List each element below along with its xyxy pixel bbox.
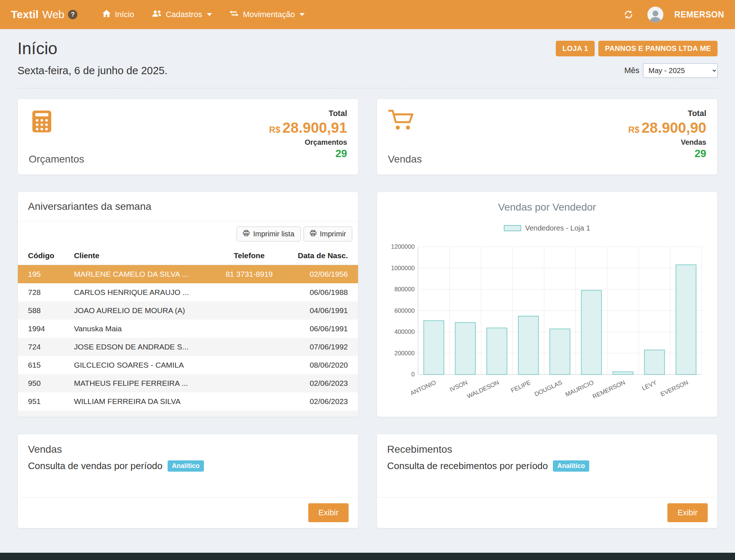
svg-text:WALDESON: WALDESON: [466, 379, 500, 400]
svg-text:0: 0: [411, 371, 414, 378]
navbar: TextilWeb ? Início Cadastros Movimentaçã…: [0, 0, 735, 29]
cell-codigo: 587: [18, 411, 69, 417]
cell-cliente: MATHEUS FELIPE FERREIRA ...: [69, 374, 212, 392]
cell-codigo: 615: [18, 356, 69, 374]
vendas-action-card: Vendas Consulta de vendas por período An…: [17, 434, 358, 528]
user-menu[interactable]: REMERSON: [674, 10, 724, 20]
cell-codigo: 728: [18, 283, 69, 301]
vendas-por-vendedor-chart: 020000040000060000080000010000001200000A…: [385, 235, 709, 412]
table-row[interactable]: 724 JOSE EDSON DE ANDRADE S... 07/06/199…: [18, 338, 358, 356]
cell-nascimento: 02/06/2023: [286, 392, 358, 411]
printer-icon: [243, 230, 250, 238]
brand-light: Web: [42, 8, 64, 21]
birthdays-card: Aniversariantes da semana Imprimir lista…: [17, 192, 358, 417]
analitico-badge: Analítico: [168, 460, 204, 472]
svg-text:1200000: 1200000: [391, 243, 415, 250]
brand[interactable]: TextilWeb ?: [11, 0, 77, 29]
birthdays-title: Aniversariantes da semana: [18, 192, 358, 221]
table-row[interactable]: 588 JOAO AURELIO DE MOURA (A) 04/06/1991: [18, 301, 358, 320]
cell-nascimento: 02/06/2023: [286, 374, 358, 392]
col-cliente: Cliente: [69, 247, 212, 265]
print-list-button[interactable]: Imprimir lista: [237, 227, 300, 241]
cell-cliente: CARLOS HENRIQUE ARAUJO ...: [69, 283, 212, 301]
month-select[interactable]: May - 2025: [643, 63, 718, 78]
cell-nascimento: 07/06/1992: [286, 338, 358, 356]
cell-telefone: [212, 392, 287, 411]
svg-text:1000000: 1000000: [391, 265, 415, 272]
table-row[interactable]: 951 WILLIAM FERREIRA DA SILVA 02/06/2023: [18, 392, 358, 411]
brand-bold: Textil: [11, 8, 39, 21]
table-row[interactable]: 1994 Vanuska Maia 06/06/1991: [18, 320, 358, 338]
table-row[interactable]: 728 CARLOS HENRIQUE ARAUJO ... 06/06/198…: [18, 283, 358, 301]
cell-nascimento: 08/06/2020: [286, 356, 358, 374]
cell-telefone: [212, 320, 287, 338]
analitico-badge: Analítico: [553, 460, 589, 472]
table-row[interactable]: 615 GILCLECIO SOARES - CAMILA 08/06/2020: [18, 356, 358, 374]
chart-legend: Vendedores - Loja 1: [504, 224, 590, 232]
col-telefone: Telefone: [212, 247, 287, 265]
legend-label: Vendedores - Loja 1: [525, 224, 590, 232]
print-button[interactable]: Imprimir: [304, 227, 352, 241]
nav-item-label: Início: [115, 10, 134, 19]
exibir-vendas-button[interactable]: Exibir: [308, 503, 349, 522]
svg-text:200000: 200000: [394, 350, 415, 357]
transfer-icon: [229, 9, 239, 20]
orcamentos-summary-card: Orçamentos Total R$28.900,91 Orçamentos …: [17, 99, 358, 175]
card-title: Vendas: [18, 434, 358, 457]
cell-cliente: JULIANA LIMA DE ANDRADE: [69, 411, 212, 417]
avatar[interactable]: [647, 7, 663, 23]
svg-text:REMERSON: REMERSON: [591, 379, 626, 400]
total-label: Total: [269, 108, 347, 119]
exibir-recebimentos-button[interactable]: Exibir: [667, 503, 708, 522]
cell-telefone: [212, 338, 287, 356]
table-row[interactable]: 195 MARLENE CAMELO DA SILVA ... 81 3731-…: [18, 265, 358, 284]
birthdays-table: Código Cliente Telefone Data de Nasc. 19…: [18, 247, 358, 417]
nav-item-cadastros[interactable]: Cadastros: [143, 0, 221, 29]
svg-text:IVSON: IVSON: [449, 379, 469, 393]
cell-codigo: 724: [18, 338, 69, 356]
cell-telefone: 98297-6097: [212, 411, 287, 417]
count-label: Vendas: [628, 138, 706, 147]
cell-nascimento: 05/06/2023: [286, 411, 358, 417]
table-row[interactable]: 950 MATHEUS FELIPE FERREIRA ... 02/06/20…: [18, 374, 358, 392]
cell-nascimento: 02/06/1956: [286, 265, 358, 284]
summary-label: Orçamentos: [29, 153, 84, 165]
cell-codigo: 195: [18, 265, 69, 284]
nav-item-inicio[interactable]: Início: [93, 0, 143, 29]
cell-cliente: Vanuska Maia: [69, 320, 212, 338]
navbar-right: REMERSON: [620, 0, 724, 29]
nav-item-movimentacao[interactable]: Movimentação: [221, 0, 313, 29]
users-icon: [152, 9, 162, 20]
chevron-down-icon: [300, 13, 305, 16]
birthdays-table-body: 195 MARLENE CAMELO DA SILVA ... 81 3731-…: [18, 265, 358, 417]
svg-text:LEVY: LEVY: [641, 379, 658, 392]
col-codigo: Código: [18, 247, 69, 265]
summary-label: Vendas: [388, 153, 422, 165]
store-button[interactable]: LOJA 1: [556, 41, 595, 56]
count-value: 29: [269, 147, 347, 160]
vendas-summary-card: Vendas Total R$28.900,90 Vendas 29: [377, 99, 718, 175]
cart-icon: [388, 108, 422, 134]
month-label: Mês: [624, 66, 639, 75]
cell-telefone: [212, 356, 287, 374]
table-row[interactable]: 587 JULIANA LIMA DE ANDRADE 98297-6097 0…: [18, 411, 358, 417]
help-icon[interactable]: ?: [68, 10, 77, 19]
chart-card: Vendas por Vendedor Vendedores - Loja 1 …: [377, 192, 718, 417]
refresh-icon[interactable]: [620, 7, 636, 23]
page-footer: [0, 553, 735, 560]
company-button[interactable]: PANNOS E PANNOS LTDA ME: [598, 41, 718, 56]
cell-codigo: 951: [18, 392, 69, 411]
cell-nascimento: 06/06/1991: [286, 320, 358, 338]
col-nascimento: Data de Nasc.: [286, 247, 358, 265]
cell-cliente: MARLENE CAMELO DA SILVA ...: [69, 265, 212, 284]
svg-text:DOUGLAS: DOUGLAS: [533, 379, 563, 398]
nav-item-label: Cadastros: [166, 10, 202, 19]
cell-telefone: [212, 283, 287, 301]
cell-cliente: JOSE EDSON DE ANDRADE S...: [69, 338, 212, 356]
recebimentos-action-card: Recebimentos Consulta de recebimentos po…: [377, 434, 718, 528]
svg-text:400000: 400000: [394, 328, 415, 335]
calculator-icon: [29, 108, 84, 136]
cell-cliente: JOAO AURELIO DE MOURA (A): [69, 301, 212, 320]
svg-text:600000: 600000: [394, 307, 415, 314]
count-value: 29: [628, 147, 706, 160]
